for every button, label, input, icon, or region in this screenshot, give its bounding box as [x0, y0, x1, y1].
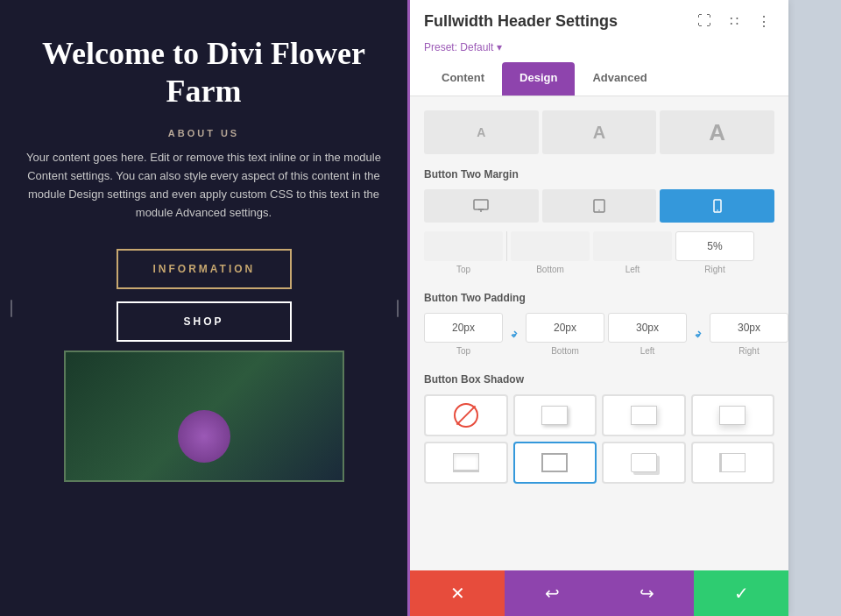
font-size-small[interactable]: A	[424, 110, 539, 154]
settings-title: Fullwidth Header Settings	[424, 12, 618, 31]
preview-title: Welcome to Divi Flower Farm	[26, 35, 381, 110]
padding-bottom-group: Bottom	[526, 313, 604, 356]
drag-handle-left[interactable]	[9, 291, 14, 326]
shadow-5[interactable]	[513, 442, 597, 484]
shop-button[interactable]: Shop	[117, 301, 292, 342]
margin-fields-row: Top Bottom Left Right	[424, 231, 774, 274]
tabs: Content Design Advanced	[424, 62, 774, 96]
device-tablet[interactable]	[542, 189, 657, 223]
settings-header-top: Fullwidth Header Settings ⛶ ∷ ⋮	[424, 11, 774, 32]
button-two-margin-label: Button Two Margin	[424, 168, 774, 181]
link-icon-2[interactable]	[692, 313, 704, 356]
padding-bottom-input[interactable]	[526, 313, 604, 343]
settings-footer: ✕ ↩ ↪ ✓	[410, 570, 788, 616]
shadow-box-7	[719, 453, 746, 472]
margin-left-input[interactable]	[593, 231, 672, 261]
svg-point-4	[598, 209, 600, 211]
confirm-button[interactable]: ✓	[694, 570, 788, 616]
info-button[interactable]: Information	[117, 249, 292, 289]
header-icons: ⛶ ∷ ⋮	[694, 11, 774, 32]
padding-right-label: Right	[710, 346, 788, 356]
shadow-6[interactable]	[602, 442, 686, 484]
shadow-grid-bottom	[424, 442, 774, 484]
redo-button[interactable]: ↪	[599, 570, 694, 616]
shadow-box-6	[631, 453, 657, 472]
padding-left-group: Left	[608, 313, 687, 356]
font-size-large[interactable]: A	[660, 110, 774, 154]
shadow-2[interactable]	[602, 394, 686, 436]
preview-body-text: Your content goes here. Edit or remove t…	[26, 149, 381, 222]
fullscreen-icon[interactable]: ⛶	[694, 11, 715, 32]
shadow-box-5	[541, 453, 568, 472]
margin-top-label: Top	[424, 265, 503, 274]
margin-bottom-label: Bottom	[511, 265, 590, 274]
shadow-box-2	[631, 406, 657, 425]
drag-handle-right[interactable]	[397, 300, 399, 317]
margin-left-label: Left	[593, 265, 672, 274]
svg-point-6	[717, 209, 718, 211]
margin-right-label: Right	[675, 265, 754, 274]
device-mobile[interactable]	[660, 189, 774, 223]
shadow-box-1	[541, 406, 568, 425]
tab-content[interactable]: Content	[424, 62, 502, 96]
font-size-medium[interactable]: A	[542, 110, 657, 154]
svg-rect-0	[474, 200, 488, 209]
settings-body: A A A Button Two Margin	[410, 96, 788, 570]
padding-top-group: Top	[424, 313, 503, 356]
cancel-button[interactable]: ✕	[410, 570, 505, 616]
margin-top-input[interactable]	[424, 231, 503, 261]
padding-bottom-label: Bottom	[526, 346, 604, 356]
margin-bottom-input[interactable]	[511, 231, 590, 261]
font-size-row: A A A	[424, 110, 774, 154]
tab-design[interactable]: Design	[502, 62, 575, 96]
padding-right-input[interactable]	[710, 313, 788, 343]
padding-left-input[interactable]	[608, 313, 687, 343]
settings-panel: Fullwidth Header Settings ⛶ ∷ ⋮ Preset: …	[407, 0, 788, 616]
button-box-shadow-section: Button Box Shadow	[424, 373, 774, 484]
padding-top-input[interactable]	[424, 313, 503, 343]
button-two-padding-section: Button Two Padding Top Bottom Left	[424, 292, 774, 356]
padding-fields-row: Top Bottom Left Right	[424, 313, 774, 356]
link-icon-1[interactable]	[508, 313, 520, 356]
shadow-grid-top	[424, 394, 774, 436]
more-icon[interactable]: ⋮	[753, 11, 774, 32]
shadow-none[interactable]	[424, 394, 508, 436]
shadow-3[interactable]	[691, 394, 775, 436]
settings-header: Fullwidth Header Settings ⛶ ∷ ⋮ Preset: …	[410, 0, 788, 96]
shadow-1[interactable]	[513, 394, 597, 436]
margin-bottom-group: Bottom	[511, 231, 590, 274]
preset-label[interactable]: Preset: Default ▾	[424, 41, 502, 53]
tab-advanced[interactable]: Advanced	[575, 62, 664, 96]
button-two-padding-label: Button Two Padding	[424, 292, 774, 304]
button-two-margin-section: Button Two Margin Top	[424, 168, 774, 274]
margin-right-input[interactable]	[675, 231, 754, 261]
shadow-4[interactable]	[424, 442, 508, 484]
device-desktop[interactable]	[424, 189, 539, 223]
button-box-shadow-label: Button Box Shadow	[424, 373, 774, 386]
preview-about-label: About Us	[168, 128, 239, 138]
columns-icon[interactable]: ∷	[724, 11, 745, 32]
preview-panel: Welcome to Divi Flower Farm About Us You…	[0, 0, 407, 616]
margin-right-group: Right	[675, 231, 754, 274]
padding-right-group: Right	[710, 313, 788, 356]
shadow-box-4	[453, 453, 479, 472]
padding-left-label: Left	[608, 346, 687, 356]
separator-1	[506, 231, 507, 261]
preview-content: Welcome to Divi Flower Farm About Us You…	[0, 0, 407, 499]
device-tabs	[424, 189, 774, 223]
shadow-box-3	[719, 406, 746, 425]
padding-top-label: Top	[424, 346, 503, 356]
undo-button[interactable]: ↩	[505, 570, 599, 616]
margin-left-group: Left	[593, 231, 672, 274]
preview-image	[64, 350, 344, 482]
shadow-7[interactable]	[691, 442, 775, 484]
margin-top-group: Top	[424, 231, 503, 274]
